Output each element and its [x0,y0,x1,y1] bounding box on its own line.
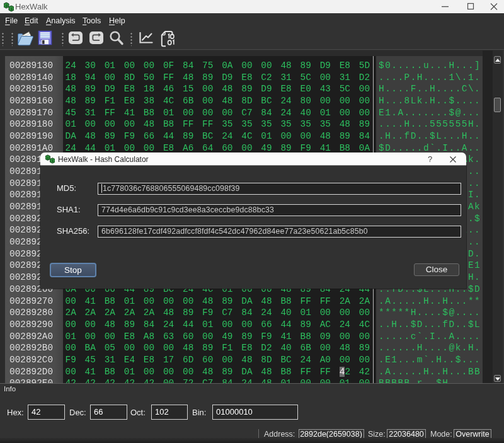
svg-text:0: 0 [5,4,8,8]
svg-text:1: 1 [10,7,13,11]
